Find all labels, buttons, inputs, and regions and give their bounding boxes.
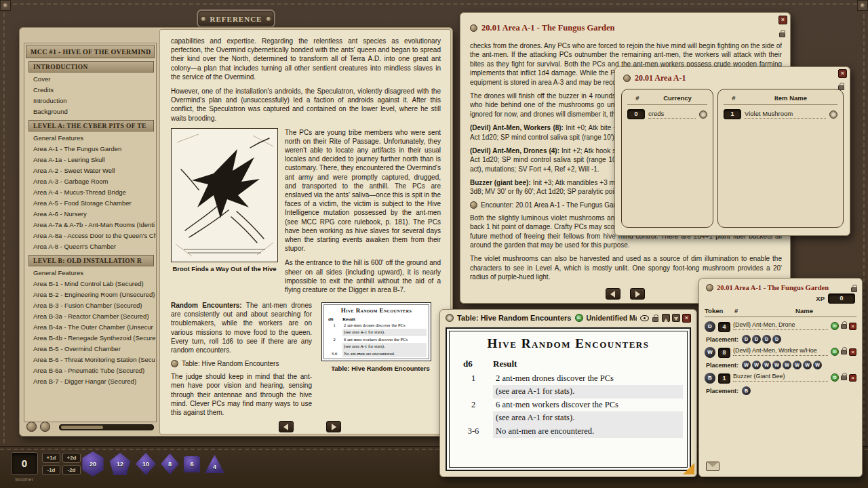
sidebar-item[interactable]: Area B-3a - Reactor Chamber (Secured)	[24, 311, 156, 322]
sidebar-item[interactable]: Area B-7 - Digger Hangar (Secured)	[24, 376, 156, 387]
lock-icon[interactable]	[838, 85, 844, 90]
sidebar-item[interactable]: Area A-3 - Garbage Room	[24, 176, 156, 187]
sidebar-item[interactable]: Area A-6 - Nursery	[24, 209, 156, 220]
lock-icon[interactable]	[841, 350, 847, 354]
close-icon[interactable]	[778, 16, 787, 24]
placement-token[interactable]: D	[752, 335, 761, 344]
sidebar-section-header[interactable]: LEVEL B: OLD INSTALLATION R	[28, 255, 154, 266]
item-name[interactable]: Violet Mushroom	[745, 110, 826, 119]
d6-die[interactable]: 6	[184, 456, 200, 472]
identified-icon[interactable]	[831, 348, 839, 356]
radial-menu-icon[interactable]	[623, 75, 631, 82]
npc-name[interactable]: Buzzer (Giant Bee)	[733, 373, 828, 382]
sidebar-item[interactable]: Area B-6a - Pneumatic Tube (Secured)	[24, 365, 156, 376]
npc-token[interactable]: W	[705, 347, 715, 358]
sidebar-item[interactable]: Area A-4 - Mucus-Thread Bridge	[24, 187, 156, 198]
collapse-button[interactable]	[26, 422, 37, 432]
resize-grip[interactable]	[683, 463, 694, 474]
sidebar-section-header[interactable]: LEVEL A: THE CYBER PITS OF TE	[28, 120, 154, 131]
currency-amount[interactable]: 0	[627, 109, 645, 119]
table-link[interactable]: Table: Hive Random Encounters	[171, 360, 312, 367]
npc-name[interactable]: (Devil) Ant-Men, Worker w/Hoe	[733, 347, 828, 356]
placement-token[interactable]: W	[793, 361, 802, 369]
remove-one-die-button[interactable]: -1d	[42, 465, 60, 475]
identified-icon[interactable]	[831, 322, 839, 330]
prev-page-button[interactable]	[279, 421, 294, 432]
sidebar-item[interactable]: Area B-4b - Renegade Synthezoid (Secure	[24, 333, 156, 344]
radial-menu-icon[interactable]	[699, 110, 707, 119]
sidebar-item[interactable]: Credits	[24, 85, 156, 96]
sidebar-item[interactable]: Area A-5 - Food Storage Chamber	[24, 198, 156, 209]
placement-token[interactable]: D	[762, 335, 771, 344]
npc-count[interactable]: 4	[718, 322, 730, 332]
placement-token[interactable]: W	[803, 361, 812, 369]
placement-token[interactable]: W	[813, 361, 822, 369]
lock-icon[interactable]	[841, 375, 847, 380]
sidebar-item[interactable]: Area A-8a - Access Door to the Queen's C…	[24, 230, 156, 241]
npc-name[interactable]: (Devil) Ant-Men, Drone	[733, 321, 828, 330]
reference-button[interactable]: REFERENCE	[197, 9, 275, 28]
manual-title[interactable]: MCC #1 - HIVE OF THE OVERMIND	[26, 45, 155, 58]
expand-button[interactable]	[40, 422, 50, 432]
lock-icon[interactable]	[779, 33, 785, 37]
prev-page-button[interactable]	[606, 288, 620, 300]
sidebar-item[interactable]: Area B-2 - Engineering Room (Unsecured)	[24, 289, 156, 300]
sidebar-item[interactable]: Area B-5 - Overmind Chamber	[24, 344, 156, 354]
sidebar-item[interactable]: Area B-1 - Mind Control Lab (Secured)	[24, 279, 156, 289]
item-count[interactable]: 1	[724, 109, 741, 119]
modifier-box[interactable]: 0	[11, 452, 38, 475]
currency-name[interactable]: creds	[648, 110, 696, 119]
lock-icon[interactable]	[841, 324, 847, 329]
horizontal-scrollbar[interactable]	[59, 424, 154, 430]
next-page-button[interactable]	[630, 288, 645, 300]
sidebar-item[interactable]: Area A-7a & A-7b - Ant-Man Rooms (Identi	[24, 220, 156, 230]
currency-row[interactable]: 0 creds	[627, 109, 707, 119]
placement-token[interactable]: B	[742, 386, 751, 395]
d8-die[interactable]: 8	[161, 453, 179, 474]
table-thumbnail[interactable]: Hive Random Encounters d6Result 1 2 ant-…	[321, 302, 431, 361]
identified-icon[interactable]	[575, 314, 583, 322]
placement-token[interactable]: D	[772, 335, 781, 344]
shade-down-icon[interactable]	[672, 314, 680, 322]
radial-menu-icon[interactable]	[470, 24, 477, 32]
sidebar-item[interactable]: Area A-1a - Leering Skull	[24, 155, 156, 165]
next-page-button[interactable]	[326, 421, 341, 432]
sidebar-item[interactable]: Introduction	[24, 96, 156, 106]
d12-die[interactable]: 12	[109, 453, 131, 475]
placement-token[interactable]: D	[742, 335, 751, 344]
sidebar-item[interactable]: Area B-3 - Fusion Chamber (Secured)	[24, 300, 156, 311]
lock-icon[interactable]	[652, 317, 658, 322]
radial-menu-icon[interactable]	[446, 314, 454, 322]
remove-two-dice-button[interactable]: -2d	[62, 465, 81, 475]
d4-die[interactable]: 4	[205, 455, 224, 473]
placement-token[interactable]: W	[783, 361, 791, 369]
npc-count[interactable]: 1	[718, 373, 730, 384]
scrollbar-thumb[interactable]	[61, 426, 103, 429]
placement-token[interactable]: W	[752, 361, 761, 369]
mail-icon[interactable]	[706, 462, 719, 471]
placement-token[interactable]: W	[742, 361, 751, 369]
close-icon[interactable]	[838, 69, 847, 78]
delete-icon[interactable]	[849, 348, 856, 356]
delete-icon[interactable]	[849, 374, 856, 382]
item-row[interactable]: 1 Violet Mushroom	[724, 109, 837, 119]
add-two-dice-button[interactable]: +2d	[62, 453, 81, 463]
sidebar-item[interactable]: Area A-8 - Queen's Chamber	[24, 241, 156, 252]
radial-menu-icon[interactable]	[829, 110, 837, 119]
sidebar-item[interactable]: Background	[24, 106, 156, 117]
sidebar-item[interactable]: Area B-4a - The Outer Chamber (Unsecur	[24, 322, 156, 333]
sidebar-item[interactable]: General Features	[24, 133, 156, 144]
npc-token[interactable]: D	[705, 321, 715, 332]
npc-token[interactable]: B	[705, 373, 715, 384]
placement-token[interactable]: W	[772, 361, 781, 369]
eye-icon[interactable]	[640, 315, 649, 321]
add-one-die-button[interactable]: +1d	[42, 453, 60, 463]
delete-icon[interactable]	[849, 323, 856, 330]
lock-icon[interactable]	[851, 287, 857, 292]
shade-up-icon[interactable]	[662, 314, 670, 322]
xp-value[interactable]: 0	[828, 293, 855, 304]
d10-die[interactable]: 10	[136, 453, 156, 475]
sidebar-item[interactable]: Area A-2 - Sweet Water Well	[24, 165, 156, 176]
close-icon[interactable]	[682, 314, 691, 323]
sidebar-item[interactable]: Area B-6 - Threat Monitoring Station (Se…	[24, 354, 156, 365]
